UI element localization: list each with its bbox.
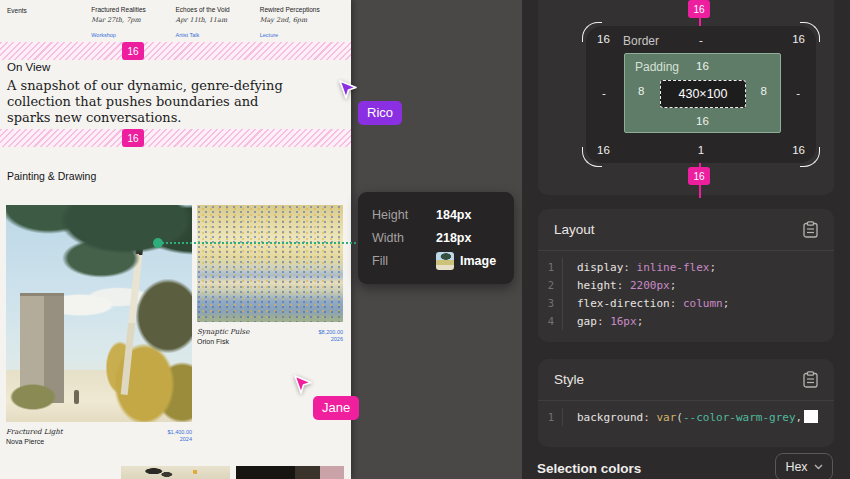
code-line: 1display: inline-flex;	[538, 258, 834, 276]
spacing-badge-top: 16	[122, 42, 144, 60]
artwork-thumbnail[interactable]	[6, 466, 116, 479]
code-text: height: 2200px;	[563, 279, 676, 292]
spacing-highlight-bottom	[0, 129, 351, 147]
code-line-number: 1	[538, 258, 563, 276]
padding-bottom-value[interactable]: 16	[625, 115, 780, 127]
code-line-number: 4	[538, 312, 563, 330]
selection-colors-label: Selection colors	[537, 461, 641, 476]
layout-section-title: Layout	[554, 222, 595, 237]
event-item: Fractured RealitiesMar 27th, 7pmWorkshop	[91, 6, 175, 38]
box-model-border-box[interactable]: Border 16 16 16 16 - - - 1 Padding 16 8 …	[586, 26, 816, 163]
code-token: ;	[670, 279, 677, 292]
artwork-image-fractured-light[interactable]	[6, 205, 192, 422]
tooltip-value: Image	[436, 252, 496, 270]
copy-code-icon[interactable]	[803, 371, 818, 388]
tooltip-label: Height	[372, 208, 436, 222]
code-token: ,	[796, 411, 803, 424]
code-token: :	[643, 411, 656, 424]
code-token: column	[683, 297, 723, 310]
painting-figure	[74, 390, 79, 404]
event-item: Echoes of the VoidApr 11th, 11amArtist T…	[176, 6, 260, 38]
padding-left-value[interactable]: 8	[638, 85, 644, 97]
padding-top-value[interactable]: 16	[625, 60, 780, 72]
chevron-down-icon	[814, 464, 823, 470]
color-format-dropdown[interactable]: Hex	[775, 453, 833, 479]
event-title: Fractured Realities	[91, 6, 175, 13]
event-item: Rewired PerceptionsMay 2nd, 6pmLecture	[260, 6, 344, 38]
code-token: --color-warm-grey	[683, 411, 796, 424]
code-line: 3flex-direction: column;	[538, 294, 834, 312]
event-date: Mar 27th, 7pm	[91, 16, 175, 24]
code-token: :	[623, 261, 636, 274]
artwork-caption: Fractured Light Nova Pierce	[6, 428, 63, 445]
copy-code-icon[interactable]	[803, 221, 818, 238]
code-line-number: 1	[538, 408, 563, 426]
artwork-price-value: $8,200.00	[263, 329, 343, 336]
design-canvas[interactable]: Events Fractured RealitiesMar 27th, 7pmW…	[0, 0, 351, 479]
measurement-connector-line	[158, 242, 356, 244]
artwork-year: 2024	[112, 436, 192, 443]
code-line-number: 3	[538, 294, 563, 312]
code-token: :	[597, 315, 610, 328]
code-token: ;	[709, 261, 716, 274]
artwork-image-synaptic-pulse[interactable]	[197, 205, 343, 322]
code-token: flex-direction	[577, 297, 670, 310]
event-tag-link[interactable]: Artist Talk	[176, 32, 260, 38]
tooltip-value: 184px	[436, 208, 471, 222]
on-view-heading: On View	[7, 61, 50, 73]
tooltip-label: Width	[372, 231, 436, 245]
painting-bush	[6, 370, 68, 415]
artwork-year: 2026	[263, 336, 343, 343]
event-tag-link[interactable]: Workshop	[91, 32, 175, 38]
layout-css-code[interactable]: 1display: inline-flex;2height: 2200px;3f…	[538, 251, 834, 338]
code-token: background	[577, 411, 643, 424]
inspector-panel: Border 16 16 16 16 - - - 1 Padding 16 8 …	[522, 0, 850, 479]
color-format-value: Hex	[785, 460, 807, 474]
artwork-price: $1,400.00 2024	[112, 429, 192, 443]
code-token: (	[676, 411, 683, 424]
code-token: height	[577, 279, 617, 292]
artwork-thumbnail[interactable]	[236, 466, 344, 479]
style-css-code[interactable]: 1background: var(--color-warm-grey,	[538, 401, 834, 434]
border-right-value[interactable]: -	[796, 87, 800, 99]
margin-bottom-badge[interactable]: 16	[688, 167, 710, 185]
event-title: Rewired Perceptions	[260, 6, 344, 13]
border-bottom-value[interactable]: 1	[586, 144, 816, 156]
artwork-artist: Orion Fisk	[197, 338, 249, 345]
code-line: 2height: 2200px;	[538, 276, 834, 294]
layout-section-header: Layout	[538, 209, 834, 251]
padding-right-value[interactable]: 8	[761, 85, 767, 97]
spacing-highlight-top	[0, 42, 351, 60]
code-text: flex-direction: column;	[563, 297, 729, 310]
code-text: display: inline-flex;	[563, 261, 716, 274]
code-line-number: 2	[538, 276, 563, 294]
collaborator-name-badge: Jane	[313, 396, 359, 420]
painting-foliage	[111, 265, 192, 422]
artwork-thumbnail[interactable]	[121, 466, 230, 479]
event-tag-link[interactable]: Lecture	[260, 32, 344, 38]
events-label: Events	[7, 6, 91, 38]
margin-line-bottom	[699, 184, 701, 198]
code-token: 2200px	[630, 279, 670, 292]
tooltip-row: Height184px	[372, 203, 500, 226]
artwork-price-value: $1,400.00	[112, 429, 192, 436]
element-properties-tooltip: Height184pxWidth218pxFillImage	[358, 192, 514, 284]
collaborator-cursor-jane	[292, 374, 314, 396]
collaborator-cursor-rico	[337, 79, 359, 101]
code-text: background: var(--color-warm-grey,	[563, 410, 818, 424]
box-model-padding-box[interactable]: Padding 16 8 8 16 430×100	[624, 53, 781, 133]
color-swatch[interactable]	[804, 410, 818, 423]
border-left-value[interactable]: -	[602, 87, 606, 99]
box-model-content-size[interactable]: 430×100	[660, 80, 746, 108]
artwork-title: Fractured Light	[6, 428, 63, 436]
code-token: var	[656, 411, 676, 424]
margin-top-badge[interactable]: 16	[688, 0, 710, 18]
code-token: inline-flex	[637, 261, 710, 274]
border-top-value[interactable]: -	[586, 34, 816, 46]
style-section-title: Style	[554, 372, 584, 387]
image-fill-thumbnail	[436, 252, 454, 270]
tooltip-label: Fill	[372, 254, 436, 268]
artwork-caption: Synaptic Pulse Orion Fisk	[197, 328, 249, 345]
code-line: 4gap: 16px;	[538, 312, 834, 330]
collaborator-name-badge: Rico	[358, 101, 402, 125]
